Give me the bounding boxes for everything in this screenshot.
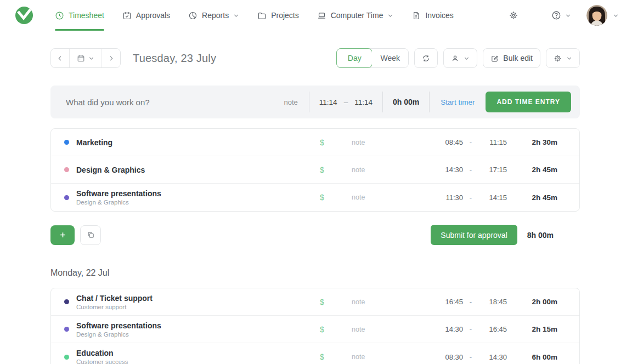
time-entry-row[interactable]: Software presentations Design & Graphics… xyxy=(51,316,579,343)
project-color-dot xyxy=(64,299,69,304)
settings-icon-button[interactable] xyxy=(509,10,518,20)
nav-item-reports[interactable]: Reports xyxy=(188,0,239,31)
nav-label: Timesheet xyxy=(69,11,104,20)
time-entry-row[interactable]: Education Customer success $ note 08:30 … xyxy=(51,343,579,364)
date-picker-button[interactable] xyxy=(70,49,101,67)
entry-note-input[interactable]: note xyxy=(338,166,435,174)
entry-start-time[interactable]: 11:30 xyxy=(435,194,463,202)
time-separator: – xyxy=(344,98,348,106)
laptop-icon xyxy=(317,11,326,20)
project-color-dot xyxy=(64,140,69,145)
date-toolbar: Tuesday, 23 July Day Week Bulk edit xyxy=(50,48,580,68)
entry-project-name: Design & Graphics xyxy=(76,199,161,206)
edit-icon xyxy=(490,54,499,62)
gear-icon xyxy=(554,54,562,62)
chevron-down-icon xyxy=(464,55,470,61)
entry-duration[interactable]: 2h 15m xyxy=(507,325,557,333)
entry-project-name: Design & Graphics xyxy=(76,331,161,338)
myhours-logo-icon[interactable] xyxy=(13,4,35,26)
entry-end-time[interactable]: 11:15 xyxy=(478,138,507,146)
chevron-down-icon xyxy=(233,13,239,19)
entry-end-time[interactable]: 16:45 xyxy=(478,325,507,333)
next-day-button[interactable] xyxy=(101,49,120,67)
entry-time-separator: - xyxy=(463,298,478,306)
week-view-button[interactable]: Week xyxy=(372,49,408,67)
refresh-button[interactable] xyxy=(414,48,438,68)
nav-item-projects[interactable]: Projects xyxy=(257,0,299,31)
entry-duration[interactable]: 2h 45m xyxy=(507,194,557,202)
bulk-edit-button[interactable]: Bulk edit xyxy=(483,48,540,68)
add-time-entry-button[interactable]: ADD TIME ENTRY xyxy=(486,92,571,112)
billable-indicator[interactable]: $ xyxy=(306,325,338,334)
start-timer-button[interactable]: Start timer xyxy=(430,98,486,106)
entry-note-input[interactable]: note xyxy=(338,298,435,306)
chevron-left-icon xyxy=(57,55,64,62)
day-view-button[interactable]: Day xyxy=(336,48,373,68)
chevron-down-icon xyxy=(613,13,619,19)
entry-duration[interactable]: 2h 45m xyxy=(507,166,557,174)
start-time-input[interactable]: 11:14 xyxy=(319,98,337,106)
day-heading: Monday, 22 Jul xyxy=(50,268,580,278)
main-nav: Timesheet Approvals Reports Projects Com… xyxy=(55,0,454,31)
nav-label: Reports xyxy=(202,11,229,20)
clock-icon xyxy=(55,11,64,20)
end-time-input[interactable]: 11:14 xyxy=(354,98,373,106)
top-nav: Timesheet Approvals Reports Projects Com… xyxy=(0,0,632,31)
billable-indicator[interactable]: $ xyxy=(306,138,338,147)
entry-title: Software presentations xyxy=(76,189,161,198)
help-menu-button[interactable] xyxy=(551,10,571,20)
entry-start-time[interactable]: 08:30 xyxy=(435,353,463,361)
note-toggle[interactable]: note xyxy=(273,98,309,106)
entry-end-time[interactable]: 17:15 xyxy=(478,166,507,174)
entry-end-time[interactable]: 14:30 xyxy=(478,353,507,361)
entry-note-input[interactable]: note xyxy=(338,353,435,361)
timesheet-page: Tuesday, 23 July Day Week Bulk edit xyxy=(0,48,632,364)
duration-input[interactable]: 0h 00m xyxy=(383,98,429,106)
nav-item-timesheet[interactable]: Timesheet xyxy=(55,0,104,31)
timesheet-settings-button[interactable] xyxy=(546,48,580,68)
entry-duration[interactable]: 2h 00m xyxy=(507,298,557,306)
work-description-input[interactable] xyxy=(66,98,273,107)
add-entry-button[interactable] xyxy=(50,225,75,245)
member-select-button[interactable] xyxy=(443,48,477,68)
invoice-icon xyxy=(411,11,421,20)
user-menu[interactable] xyxy=(586,5,619,26)
entry-start-time[interactable]: 14:30 xyxy=(435,166,463,174)
entry-note-input[interactable]: note xyxy=(338,139,435,146)
bulk-edit-label: Bulk edit xyxy=(503,54,533,62)
entry-start-time[interactable]: 16:45 xyxy=(435,298,463,306)
prev-day-button[interactable] xyxy=(51,49,70,67)
entry-duration[interactable]: 2h 30m xyxy=(507,138,557,146)
entry-note-input[interactable]: note xyxy=(338,194,435,201)
entry-end-time[interactable]: 14:15 xyxy=(478,194,507,202)
plus-icon xyxy=(59,231,67,239)
entry-duration[interactable]: 6h 00m xyxy=(507,353,557,361)
entry-start-time[interactable]: 14:30 xyxy=(435,325,463,333)
project-color-dot xyxy=(64,355,69,360)
entry-project: Software presentations Design & Graphics xyxy=(64,189,306,206)
time-entry-row[interactable]: Design & Graphics $ note 14:30 - 17:15 2… xyxy=(51,156,579,184)
nav-item-invoices[interactable]: Invoices xyxy=(411,0,453,31)
view-toggle-group: Day Week xyxy=(336,48,409,68)
entry-start-time[interactable]: 08:45 xyxy=(435,138,463,146)
entry-end-time[interactable]: 18:45 xyxy=(478,298,507,306)
billable-indicator[interactable]: $ xyxy=(306,352,338,361)
nav-label: Projects xyxy=(271,11,299,20)
time-entry-row[interactable]: Marketing $ note 08:45 - 11:15 2h 30m xyxy=(51,129,579,156)
billable-indicator[interactable]: $ xyxy=(306,193,338,202)
nav-item-approvals[interactable]: Approvals xyxy=(122,0,170,31)
entry-note-input[interactable]: note xyxy=(338,326,435,333)
copy-day-button[interactable] xyxy=(80,225,101,245)
nav-item-computer-time[interactable]: Computer Time xyxy=(317,0,394,31)
time-entry-row[interactable]: Software presentations Design & Graphics… xyxy=(51,184,579,211)
billable-indicator[interactable]: $ xyxy=(306,166,338,174)
copy-icon xyxy=(87,231,95,239)
nav-label: Invoices xyxy=(425,11,453,20)
submit-for-approval-button[interactable]: Submit for approval xyxy=(431,225,517,245)
pie-chart-icon xyxy=(188,11,198,20)
time-entry-row[interactable]: Chat / Ticket support Customer support $… xyxy=(51,288,579,316)
project-color-dot xyxy=(64,167,69,172)
billable-indicator[interactable]: $ xyxy=(306,298,338,306)
date-nav-group xyxy=(50,48,121,68)
entry-time-separator: - xyxy=(463,353,478,361)
